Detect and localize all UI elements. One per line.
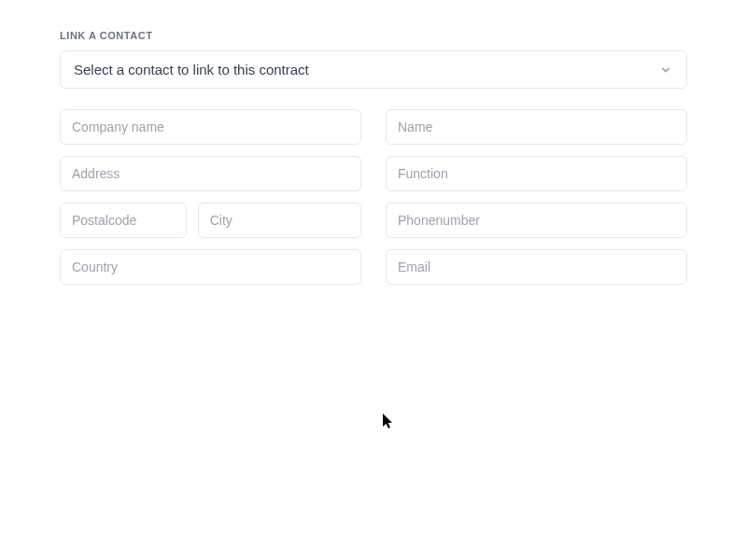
- email-field[interactable]: [386, 249, 687, 285]
- postalcode-field[interactable]: [60, 203, 187, 238]
- phonenumber-field[interactable]: [386, 203, 687, 238]
- name-field[interactable]: [386, 109, 687, 145]
- section-label: LINK A CONTACT: [60, 30, 687, 41]
- city-field[interactable]: [198, 203, 361, 238]
- chevron-down-icon: [658, 63, 673, 77]
- mouse-cursor-icon: [383, 413, 396, 434]
- form-columns: [60, 109, 687, 285]
- address-field[interactable]: [60, 156, 361, 191]
- postal-city-row: [60, 203, 361, 238]
- function-field[interactable]: [386, 156, 687, 191]
- link-contact-section: LINK A CONTACT Select a contact to link …: [0, 0, 747, 315]
- country-field[interactable]: [60, 249, 361, 285]
- dropdown-placeholder: Select a contact to link to this contrac…: [74, 62, 309, 77]
- left-column: [60, 109, 361, 285]
- contact-select-dropdown[interactable]: Select a contact to link to this contrac…: [60, 50, 687, 89]
- company-name-field[interactable]: [60, 109, 361, 145]
- right-column: [386, 109, 687, 285]
